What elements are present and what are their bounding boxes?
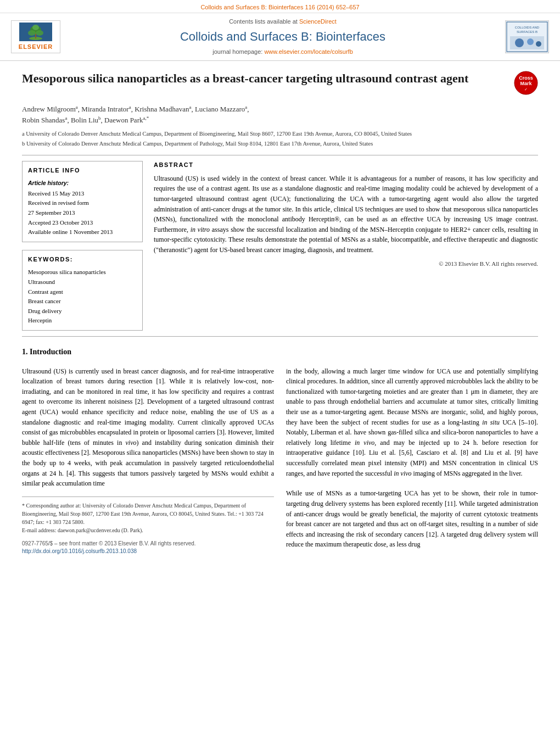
- sciencedirect-link[interactable]: ScienceDirect: [299, 18, 337, 25]
- issn-text: 0927-7765/$ – see front matter © 2013 El…: [22, 540, 274, 548]
- homepage-url[interactable]: www.elsevier.com/locate/colsurfb: [264, 48, 352, 55]
- svg-text:✓: ✓: [524, 87, 528, 91]
- keywords-title: Keywords:: [28, 255, 137, 265]
- revised-label: Received in revised form: [28, 198, 137, 208]
- page-footer: 0927-7765/$ – see front matter © 2013 El…: [22, 540, 274, 559]
- doi-line: http://dx.doi.org/10.1016/j.colsurfb.201…: [22, 548, 274, 555]
- revised-date: 27 September 2013: [28, 208, 137, 218]
- intro-header: 1. Introduction: [22, 347, 538, 358]
- accepted-date: Accepted 23 October 2013: [28, 218, 137, 228]
- abstract-text: Ultrasound (US) is used widely in the co…: [154, 174, 538, 255]
- right-column: ABSTRACT Ultrasound (US) is used widely …: [154, 161, 538, 331]
- copyright-notice: © 2013 Elsevier B.V. All rights reserved…: [154, 260, 538, 268]
- doi-link[interactable]: http://dx.doi.org/10.1016/j.colsurfb.201…: [22, 548, 137, 554]
- body-columns: Ultrasound (US) is currently used in bre…: [22, 366, 538, 559]
- svg-text:Mark: Mark: [520, 81, 532, 86]
- body-left-col: Ultrasound (US) is currently used in bre…: [22, 366, 274, 559]
- specificity-word: specificity: [499, 175, 526, 182]
- keyword-msn: Mesoporous silica nanoparticles: [28, 267, 137, 277]
- contents-line: Contents lists available at ScienceDirec…: [60, 18, 505, 26]
- email-line: E-mail address: daewon.park@ucdenver.edu…: [22, 526, 274, 534]
- svg-point-14: [536, 41, 541, 47]
- keyword-drug: Drug delivery: [28, 306, 137, 316]
- elsevier-logo: ELSEVIER: [11, 20, 60, 53]
- keyword-herceptin: Herceptin: [28, 316, 137, 326]
- keyword-breast: Breast cancer: [28, 297, 137, 306]
- keyword-ultrasound: Ultrasound: [28, 277, 137, 287]
- divider-intro: [22, 336, 538, 337]
- affiliation-a: a University of Colorado Denver Anschutz…: [22, 130, 538, 138]
- crossmark-badge[interactable]: Cross Mark ✓: [514, 71, 538, 95]
- svg-point-13: [527, 38, 534, 45]
- homepage-text: journal homepage:: [212, 48, 262, 55]
- corresponding-author-text: * Corresponding author at: University of…: [22, 501, 274, 526]
- email-suffix: (D. Park).: [121, 527, 143, 533]
- journal-title-center: Contents lists available at ScienceDirec…: [60, 18, 505, 56]
- svg-point-5: [36, 30, 43, 36]
- homepage-line: journal homepage: www.elsevier.com/locat…: [60, 48, 505, 56]
- article-title-section: Mesoporous silica nanoparticles as a bre…: [22, 71, 538, 98]
- journal-header: ELSEVIER Contents lists available at Sci…: [0, 13, 560, 61]
- available-date: Available online 1 November 2013: [28, 227, 137, 237]
- body-right-col: in the body, allowing a much larger time…: [286, 366, 538, 559]
- left-column: ARTICLE INFO Article history: Received 1…: [22, 161, 143, 331]
- abstract-section: ABSTRACT Ultrasound (US) is used widely …: [154, 161, 538, 269]
- info-abstract-columns: ARTICLE INFO Article history: Received 1…: [22, 161, 538, 331]
- affiliations: a University of Colorado Denver Anschutz…: [22, 130, 538, 148]
- received-date: Received 15 May 2013: [28, 189, 137, 199]
- history-label: Article history:: [28, 178, 137, 188]
- email-address[interactable]: daewon.park@ucdenver.edu: [58, 527, 120, 533]
- journal-reference: Colloids and Surfaces B: Biointerfaces 1…: [0, 0, 560, 13]
- journal-title: Colloids and Surfaces B: Biointerfaces: [60, 29, 505, 46]
- affiliation-b: b University of Colorado Denver Anschutz…: [22, 140, 538, 148]
- author-shandas: Robin Shandasa, Bolin Liub, Daewon Parka…: [22, 116, 149, 124]
- intro-number: 1.: [22, 348, 28, 356]
- article-info-title: ARTICLE INFO: [28, 166, 137, 176]
- main-content: Mesoporous silica nanoparticles as a bre…: [0, 61, 560, 568]
- divider-top: [22, 155, 538, 155]
- keyword-contrast: Contrast agent: [28, 287, 137, 297]
- journal-ref-text: Colloids and Surfaces B: Biointerfaces 1…: [200, 4, 359, 10]
- authors-line: Andrew Milgrooma, Miranda Intratora, Kri…: [22, 104, 538, 125]
- intro-title: Introduction: [30, 348, 71, 356]
- svg-text:SURFACES B: SURFACES B: [517, 30, 537, 34]
- svg-point-12: [515, 38, 524, 47]
- article-title: Mesoporous silica nanoparticles as a bre…: [22, 71, 468, 87]
- intro-left-text: Ultrasound (US) is currently used in bre…: [22, 366, 274, 489]
- journal-cover-thumb: COLLOIDS AND SURFACES B: [505, 20, 549, 53]
- abstract-title: ABSTRACT: [154, 161, 538, 169]
- svg-point-4: [28, 30, 36, 36]
- elsevier-brand-text: ELSEVIER: [19, 43, 53, 51]
- intro-right-text-2: While use of MSNs as a tumor-targeting U…: [286, 488, 538, 550]
- intro-right-text-1: in the body, allowing a much larger time…: [286, 366, 538, 479]
- email-label: E-mail address:: [22, 527, 56, 533]
- svg-point-6: [32, 25, 39, 30]
- author-milgroom: Andrew Milgrooma, Miranda Intratora, Kri…: [22, 105, 249, 113]
- svg-text:Cross: Cross: [519, 75, 533, 81]
- footnote-section: * Corresponding author at: University of…: [22, 496, 274, 534]
- contents-text: Contents lists available at: [229, 18, 298, 25]
- svg-text:COLLOIDS AND: COLLOIDS AND: [515, 26, 540, 29]
- article-info-box: ARTICLE INFO Article history: Received 1…: [22, 161, 143, 242]
- elsevier-tree-icon: [19, 23, 52, 41]
- keywords-box: Keywords: Mesoporous silica nanoparticle…: [22, 250, 143, 331]
